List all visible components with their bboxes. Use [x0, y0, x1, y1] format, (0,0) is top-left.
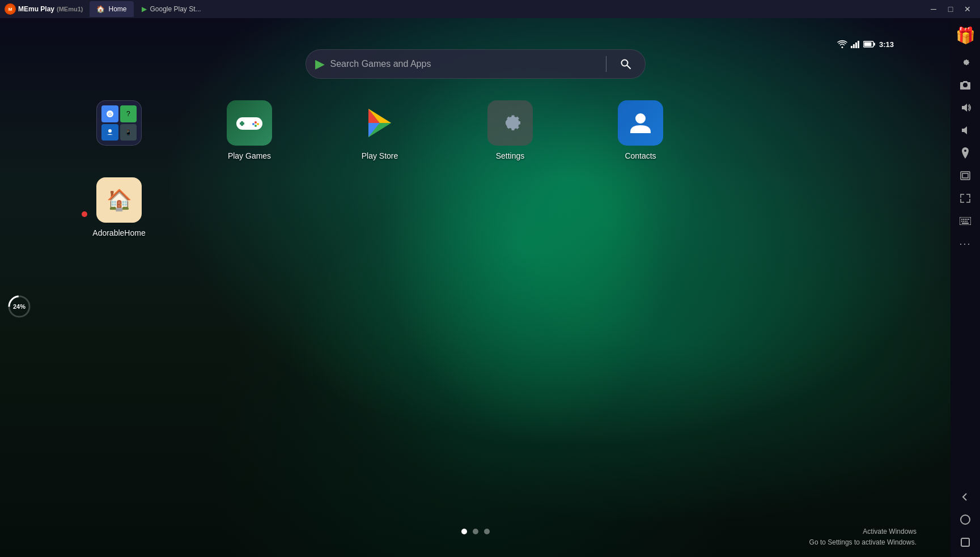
- person-icon: [626, 108, 655, 138]
- aurora-background: [0, 18, 951, 557]
- recents-button[interactable]: [955, 532, 975, 552]
- capture-sidebar-icon: [960, 171, 971, 181]
- notification-dot: [82, 211, 87, 217]
- minimize-button[interactable]: ─: [926, 3, 941, 15]
- play-games-icon: [227, 100, 272, 146]
- page-dots: [461, 529, 490, 534]
- app-play-store[interactable]: Play Store: [351, 100, 408, 160]
- memu-icon: M: [5, 3, 16, 15]
- more-sidebar-button[interactable]: ···: [955, 233, 975, 254]
- folder-mini-3: [101, 124, 118, 141]
- app-name: MEmu Play: [18, 5, 54, 13]
- wifi-icon: [837, 40, 847, 48]
- home-button[interactable]: [955, 509, 975, 530]
- app-folder[interactable]: G ? 📱: [91, 100, 147, 146]
- folder-icon: G ? 📱: [96, 100, 142, 146]
- tab-playstore-label: Google Play St...: [150, 5, 201, 13]
- svg-rect-39: [963, 221, 964, 222]
- svg-rect-40: [965, 221, 966, 222]
- gear-icon: [495, 108, 525, 138]
- tab-home-label: Home: [108, 5, 126, 13]
- contacts-label: Contacts: [625, 151, 656, 160]
- volume-sidebar-icon: [960, 103, 971, 113]
- gamepad-svg: [234, 112, 265, 134]
- svg-point-11: [108, 129, 112, 133]
- search-input[interactable]: Search Games and Apps: [330, 59, 597, 69]
- svg-marker-28: [962, 104, 967, 112]
- gift-icon: 🎁: [956, 26, 975, 45]
- svg-rect-31: [962, 173, 968, 178]
- settings-sidebar-button[interactable]: [955, 52, 975, 73]
- play-store-search-icon: ▶: [315, 57, 325, 71]
- battery-icon: [863, 41, 876, 48]
- volume-sidebar-button[interactable]: [955, 97, 975, 118]
- mute-sidebar-button[interactable]: [955, 120, 975, 141]
- keyboard-sidebar-icon: [960, 217, 971, 225]
- camera-sidebar-icon: [960, 80, 971, 90]
- resize-sidebar-icon: [960, 193, 971, 203]
- search-button[interactable]: [616, 54, 636, 74]
- gift-widget[interactable]: 🎁: [953, 23, 978, 48]
- svg-rect-33: [961, 219, 962, 220]
- svg-rect-2: [855, 42, 857, 48]
- page-dot-2[interactable]: [473, 529, 478, 534]
- location-sidebar-button[interactable]: [955, 143, 975, 163]
- search-bar[interactable]: ▶ Search Games and Apps: [306, 49, 646, 79]
- back-icon: [961, 492, 970, 502]
- app-logo: M MEmu Play (MEmu1): [0, 3, 87, 15]
- svg-rect-35: [965, 219, 966, 220]
- settings-label: Settings: [496, 151, 525, 160]
- app-contacts[interactable]: Contacts: [612, 100, 669, 160]
- svg-marker-29: [962, 126, 967, 134]
- tab-home[interactable]: 🏠 Home: [90, 1, 133, 17]
- svg-text:G: G: [108, 112, 112, 117]
- play-store-icon: [357, 100, 402, 146]
- svg-point-17: [252, 123, 254, 125]
- svg-point-24: [635, 113, 646, 124]
- capture-sidebar-button[interactable]: [955, 165, 975, 186]
- page-dot-3[interactable]: [484, 529, 490, 534]
- svg-rect-41: [966, 221, 968, 222]
- folder-mini-4: 📱: [120, 124, 137, 141]
- apps-row-2: 🏠 AdorableHome: [85, 177, 905, 237]
- tab-playstore[interactable]: ▶ Google Play St...: [135, 1, 208, 17]
- svg-rect-1: [853, 44, 855, 48]
- right-sidebar: 🎁: [951, 18, 980, 557]
- sidebar-bottom-nav: [955, 487, 975, 552]
- camera-sidebar-button[interactable]: [955, 75, 975, 95]
- resize-sidebar-button[interactable]: [955, 188, 975, 209]
- keyboard-sidebar-button[interactable]: [955, 211, 975, 231]
- svg-point-16: [257, 123, 259, 125]
- close-button[interactable]: ✕: [960, 3, 975, 15]
- maximize-button[interactable]: □: [943, 3, 958, 15]
- svg-rect-3: [858, 41, 859, 48]
- svg-rect-6: [864, 42, 871, 46]
- settings-icon: [487, 100, 533, 146]
- svg-rect-37: [968, 219, 969, 220]
- apps-grid: G ? 📱: [85, 100, 905, 254]
- app-settings[interactable]: Settings: [482, 100, 538, 160]
- app-adorable-home[interactable]: 🏠 AdorableHome: [91, 177, 147, 237]
- title-bar-controls: ─ □ ✕: [926, 3, 980, 15]
- svg-rect-36: [966, 219, 968, 220]
- mute-sidebar-icon: [960, 125, 971, 135]
- play-store-svg: [363, 106, 397, 140]
- signal-icon: [851, 40, 860, 48]
- page-dot-1[interactable]: [461, 529, 467, 534]
- play-games-label: Play Games: [228, 151, 271, 160]
- svg-rect-0: [851, 46, 852, 48]
- app-play-games[interactable]: Play Games: [221, 100, 278, 160]
- status-bar: 3:13: [837, 36, 894, 52]
- svg-rect-44: [961, 538, 969, 546]
- tabs-container: 🏠 Home ▶ Google Play St...: [87, 0, 926, 18]
- tab-playstore-icon: ▶: [142, 5, 147, 13]
- svg-rect-14: [240, 122, 244, 125]
- recents-icon: [960, 537, 970, 547]
- play-store-label: Play Store: [362, 151, 398, 160]
- contacts-icon: [618, 100, 663, 146]
- title-bar: M MEmu Play (MEmu1) 🏠 Home ▶ Google Play…: [0, 0, 980, 18]
- apps-row-1: G ? 📱: [85, 100, 905, 160]
- tab-home-icon: 🏠: [96, 5, 105, 13]
- back-button[interactable]: [955, 487, 975, 507]
- instance-name: (MEmu1): [57, 6, 83, 12]
